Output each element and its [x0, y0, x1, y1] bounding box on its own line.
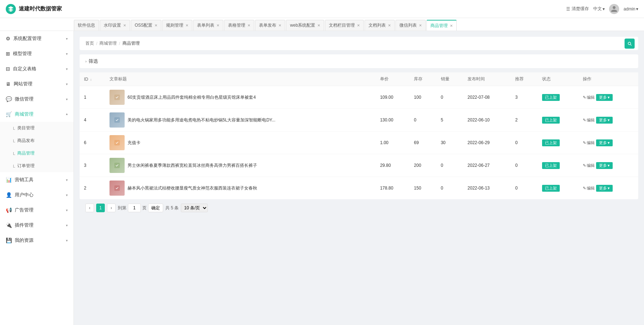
tab-close-icon[interactable]: ✕	[419, 23, 422, 27]
tab-表格管理[interactable]: 表格管理✕	[224, 20, 254, 31]
submenu-item-products[interactable]: L商品管理	[0, 147, 73, 160]
sidebar-item-system[interactable]: ⚙ 系统配置管理 ▾	[0, 31, 73, 46]
edit-button[interactable]: ✎编辑	[583, 140, 595, 146]
sidebar-item-plugins[interactable]: 🔌 插件管理 ▾	[0, 218, 73, 233]
chevron-down-icon: ▾	[608, 118, 610, 123]
tab-close-icon[interactable]: ✕	[247, 23, 250, 27]
tab-close-icon[interactable]: ✕	[123, 23, 126, 27]
arrow-icon: ▾	[66, 208, 68, 212]
tab-close-icon[interactable]: ✕	[155, 23, 157, 27]
tab-表单发布[interactable]: 表单发布✕	[255, 20, 285, 31]
cell-price: 109.00	[376, 86, 410, 109]
cell-sales: 30	[437, 132, 463, 154]
more-button[interactable]: 更多▾	[596, 185, 613, 192]
sidebar-item-website[interactable]: 🖥 网站管理 ▾	[0, 76, 73, 92]
user-name[interactable]: admin ▾	[623, 6, 638, 12]
tab-close-icon[interactable]: ✕	[278, 23, 281, 27]
menu-item-left: ⚙ 系统配置管理	[6, 35, 41, 42]
more-button[interactable]: 更多▾	[596, 162, 613, 169]
sidebar-item-wechat[interactable]: 💬 微信管理 ▾	[0, 92, 73, 107]
edit-button[interactable]: ✎编辑	[583, 117, 595, 123]
edit-button[interactable]: ✎编辑	[583, 186, 595, 191]
tab-微信列表[interactable]: 微信列表✕	[395, 20, 426, 31]
layout: ⚙ 系统配置管理 ▾ ⊞ 模型管理 ▾ ⊟ 自定义表格 ▾ 🖥 网站管理 ▾ 💬…	[0, 0, 644, 325]
clear-cache-button[interactable]: ☰ 清楚缓存	[566, 6, 589, 12]
menu-icon-custom-table: ⊟	[6, 66, 10, 72]
tab-OSS配置[interactable]: OSS配置✕	[131, 20, 161, 31]
page-size-select[interactable]: 10 条/页20 条/页50 条/页	[181, 204, 208, 212]
tab-水印设置[interactable]: 水印设置✕	[100, 20, 130, 31]
tab-close-icon[interactable]: ✕	[450, 24, 453, 28]
tab-商品管理[interactable]: 商品管理✕	[426, 20, 457, 31]
col-id: ID ↕	[80, 72, 105, 86]
cell-status: 已上架	[538, 154, 578, 177]
breadcrumb-shop[interactable]: 商城管理	[99, 40, 117, 46]
lang-selector[interactable]: 中文 ▾	[593, 6, 605, 12]
tab-close-icon[interactable]: ✕	[357, 23, 360, 27]
menu-icon-website: 🖥	[6, 81, 11, 87]
product-title: 美的电火锅家用多功能多用途电煮电热不粘电炒锅5L大容量加深智能断电DY...	[128, 117, 275, 123]
breadcrumb-home[interactable]: 首页	[85, 40, 94, 46]
sidebar-item-resources[interactable]: 💾 我的资源 ▾	[0, 233, 73, 248]
more-button[interactable]: 更多▾	[596, 94, 613, 101]
tab-close-icon[interactable]: ✕	[388, 23, 391, 27]
user-avatar	[609, 4, 619, 14]
cell-sales: 0	[437, 154, 463, 177]
edit-icon: ✎	[583, 163, 586, 168]
more-button[interactable]: 更多▾	[596, 139, 613, 146]
product-image	[109, 158, 125, 173]
menu-item-left: ⊞ 模型管理	[6, 50, 32, 57]
submenu-item-publish[interactable]: L商品发布	[0, 134, 73, 147]
status-badge: 已上架	[542, 94, 560, 101]
submenu-item-category[interactable]: L类目管理	[0, 122, 73, 134]
tab-close-icon[interactable]: ✕	[185, 23, 188, 27]
action-buttons: ✎编辑 更多▾	[583, 185, 634, 192]
table-row: 6 充值卡 1.00 69 30 2022-06-29 0 已上架 ✎编辑 更多…	[80, 132, 638, 154]
search-button[interactable]	[625, 39, 635, 49]
page-number-input[interactable]	[128, 204, 141, 212]
sidebar-item-shop[interactable]: 🛒 商城管理 ▾	[0, 107, 73, 122]
tab-规则管理[interactable]: 规则管理✕	[162, 20, 192, 31]
goto-confirm-button[interactable]: 确定	[148, 204, 163, 212]
submenu-label: 类目管理	[17, 125, 35, 131]
sidebar-item-ads[interactable]: 📢 广告管理 ▾	[0, 202, 73, 218]
submenu-item-orders[interactable]: L订单管理	[0, 160, 73, 172]
tab-web系统配置[interactable]: web系统配置✕	[286, 20, 324, 31]
tab-表单列表[interactable]: 表单列表✕	[193, 20, 223, 31]
product-info: 充值卡	[109, 135, 371, 150]
more-button[interactable]: 更多▾	[596, 117, 613, 124]
tab-文档栏目管理[interactable]: 文档栏目管理✕	[325, 20, 364, 31]
cell-title: 男士休闲裤春夏季薄款西裤宽松直筒冰丝商务高弹力男裤百搭长裤子	[105, 154, 376, 177]
products-table: ID ↕ 文章标题 单价 库存 销量 发布时间 推荐 状态 操作 1	[80, 72, 638, 199]
tab-软件信息[interactable]: 软件信息	[74, 20, 99, 31]
sidebar-item-marketing[interactable]: 📊 营销工具 ▾	[0, 172, 73, 187]
arrow-icon: ▾	[66, 112, 68, 116]
tab-close-icon[interactable]: ✕	[216, 23, 219, 27]
filter-expand-icon: ›	[85, 59, 86, 63]
edit-button[interactable]: ✎编辑	[583, 163, 595, 168]
cell-title: 60支贡缎酒店床上用品四件套纯棉全棉专用白色星级宾馆床单被套4	[105, 86, 376, 109]
edit-button[interactable]: ✎编辑	[583, 95, 595, 100]
cell-action: ✎编辑 更多▾	[578, 154, 638, 177]
sidebar-item-user-center[interactable]: 👤 用户中心 ▾	[0, 187, 73, 202]
col-stock: 库存	[410, 72, 436, 86]
prev-page-button[interactable]: ‹	[85, 204, 94, 212]
filter-section[interactable]: › 筛选	[80, 54, 638, 68]
cell-status: 已上架	[538, 86, 578, 109]
cell-recommend: 2	[511, 109, 537, 132]
action-buttons: ✎编辑 更多▾	[583, 162, 634, 169]
menu-icon-shop: 🛒	[6, 111, 12, 117]
col-sales: 销量	[437, 72, 463, 86]
sidebar-item-custom-table[interactable]: ⊟ 自定义表格 ▾	[0, 61, 73, 76]
tab-close-icon[interactable]: ✕	[317, 23, 320, 27]
arrow-icon: ▾	[66, 223, 68, 227]
product-title: 男士休闲裤春夏季薄款西裤宽松直筒冰丝商务高弹力男裤百搭长裤子	[128, 162, 257, 169]
submenu-prefix: L	[13, 164, 15, 168]
page-1-button[interactable]: 1	[96, 204, 105, 212]
cell-price: 1.00	[376, 132, 410, 154]
tab-文档列表[interactable]: 文档列表✕	[365, 20, 395, 31]
next-page-button[interactable]: ›	[107, 204, 116, 212]
menu-icon-user-center: 👤	[6, 192, 12, 198]
edit-icon: ✎	[583, 95, 586, 100]
sidebar-item-model[interactable]: ⊞ 模型管理 ▾	[0, 46, 73, 61]
